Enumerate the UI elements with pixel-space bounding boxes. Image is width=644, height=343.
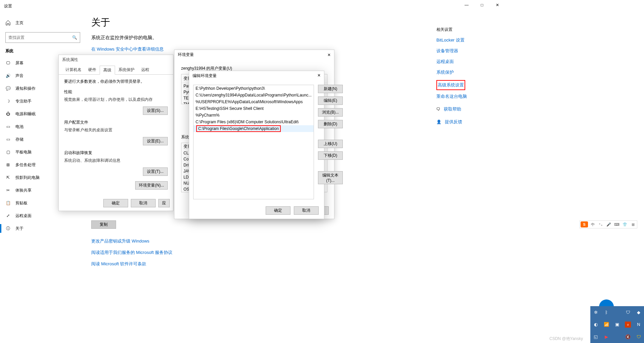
- profile-settings-button[interactable]: 设置(E)...: [143, 137, 168, 145]
- ok-button[interactable]: 确定: [266, 206, 290, 215]
- ime-toolbar[interactable]: S 中 ⁺₊ 🎤 ⌨ 👕 ⊞: [580, 220, 637, 228]
- path-item[interactable]: C:\Users\zenghy31994\AppData\Local\Progr…: [194, 92, 314, 98]
- system-protection-link[interactable]: 系统保护: [436, 69, 495, 75]
- tray-icon[interactable]: [612, 331, 623, 343]
- search-icon: 🔍: [72, 35, 77, 40]
- advanced-settings-highlight: 高级系统设置: [436, 80, 465, 90]
- path-item[interactable]: %USERPROFILE%\AppData\Local\Microsoft\Wi…: [194, 98, 314, 105]
- cancel-button[interactable]: 取消: [131, 199, 156, 207]
- tab-hardware[interactable]: 硬件: [85, 66, 100, 75]
- sogou-icon[interactable]: S: [581, 221, 588, 227]
- move-up-button[interactable]: 上移(U): [318, 140, 343, 148]
- browse-button[interactable]: 浏览(B)...: [318, 108, 343, 117]
- env-var-button[interactable]: 环境变量(N)...: [135, 181, 168, 190]
- nav-label: 关于: [15, 226, 23, 231]
- copy-button[interactable]: 复制: [91, 220, 116, 229]
- bluetooth-icon[interactable]: ᛒ: [601, 306, 612, 319]
- delete-button[interactable]: 删除(D): [318, 120, 343, 128]
- rename-pc-link[interactable]: 重命名这台电脑: [436, 93, 495, 99]
- storage-icon: ▭: [5, 137, 11, 142]
- edit-env-variable-dialog: 编辑环境变量 ✕ E:\Pythhon Developer\Python\pyt…: [189, 71, 324, 219]
- system-tray-overflow[interactable]: ✲ ᛒ 🛡 ◆ ◐ 📶 ▣ o N ◱ ▶ 🔇 🛡: [590, 306, 644, 343]
- security-icon[interactable]: 🛡: [623, 306, 633, 319]
- skin-icon[interactable]: 👕: [622, 221, 628, 227]
- license-link[interactable]: 阅读 Microsoft 软件许可条款: [91, 261, 505, 267]
- search-placeholder: 查找设置: [8, 35, 24, 41]
- bitlocker-link[interactable]: BitLocker 设置: [436, 37, 495, 43]
- dialog-title: 编辑环境变量 ✕: [189, 71, 324, 81]
- volume-mute-icon[interactable]: 🔇: [623, 331, 633, 343]
- nav-label: 体验共享: [15, 188, 32, 193]
- device-manager-link[interactable]: 设备管理器: [436, 48, 495, 54]
- edit-button[interactable]: 编辑(E): [318, 96, 343, 105]
- remote-desktop-link[interactable]: 远程桌面: [436, 59, 495, 65]
- related-header: 相关设置: [436, 27, 495, 32]
- tray-icon[interactable]: [612, 306, 623, 319]
- highlight-box: C:\Program Files\Google\Chrome\Applicati…: [196, 125, 281, 132]
- mic-icon[interactable]: 🎤: [605, 221, 612, 227]
- tab-advanced[interactable]: 高级: [100, 66, 115, 75]
- ime-item[interactable]: ⁺₊: [597, 221, 604, 227]
- apply-button[interactable]: 应: [158, 199, 170, 207]
- menu-icon[interactable]: ⊞: [630, 221, 636, 227]
- dialog-body: 要进行大多数更改，你必须作为管理员登录。 性能 视觉效果，处理器计划，内存使用，…: [59, 75, 173, 194]
- advanced-settings-link[interactable]: 高级系统设置: [438, 82, 464, 88]
- admin-note: 要进行大多数更改，你必须作为管理员登录。: [64, 79, 168, 84]
- nav-label: 存储: [15, 137, 23, 142]
- wifi-icon[interactable]: 📶: [601, 319, 612, 331]
- ime-zh[interactable]: 中: [589, 221, 596, 227]
- edit-text-button[interactable]: 编辑文本(T)...: [318, 171, 343, 184]
- path-item[interactable]: E:\Pythhon Developer\Python\python3\: [194, 85, 314, 92]
- get-help[interactable]: 🗨获取帮助: [436, 106, 495, 112]
- tab-computer-name[interactable]: 计算机名: [62, 66, 85, 75]
- new-button[interactable]: 新建(N): [318, 85, 343, 93]
- tray-icon[interactable]: 🛡: [633, 331, 644, 343]
- keyboard-icon[interactable]: ⌨: [613, 221, 620, 227]
- tray-icon[interactable]: N: [633, 319, 644, 331]
- nav-remote[interactable]: ⤢远程桌面: [0, 209, 86, 222]
- startup-title: 启动和故障恢复: [64, 150, 168, 156]
- tray-icon[interactable]: ✲: [590, 306, 601, 319]
- battery-icon: ▭: [5, 124, 11, 129]
- path-item-selected[interactable]: C:\Program Files\Google\Chrome\Applicati…: [194, 125, 314, 132]
- perf-settings-button[interactable]: 设置(S)...: [143, 107, 168, 115]
- project-icon: ⇱: [5, 175, 11, 180]
- nav-about[interactable]: ⓘ关于: [0, 222, 86, 235]
- tab-remote[interactable]: 远程: [138, 66, 153, 75]
- product-key-link[interactable]: 更改产品密钥或升级 Windows: [91, 238, 505, 244]
- search-input[interactable]: 查找设置 🔍: [5, 32, 80, 43]
- path-list[interactable]: E:\Pythhon Developer\Python\python3\ C:\…: [193, 85, 314, 199]
- feedback-icon: 👤: [436, 120, 441, 124]
- tray-icon[interactable]: ◆: [633, 306, 644, 319]
- tray-icon[interactable]: ◐: [590, 319, 601, 331]
- close-icon[interactable]: ✕: [317, 73, 321, 79]
- maximize-button[interactable]: □: [474, 0, 490, 10]
- minimize-button[interactable]: —: [459, 0, 474, 10]
- close-button[interactable]: ✕: [490, 0, 505, 10]
- perf-desc: 视觉效果，处理器计划，内存使用，以及虚拟内存: [64, 97, 168, 102]
- cancel-button[interactable]: 取消: [294, 206, 319, 215]
- move-down-button[interactable]: 下移(D): [318, 151, 343, 160]
- give-feedback[interactable]: 👤提供反馈: [436, 119, 495, 125]
- related-settings-panel: 相关设置 BitLocker 设置 设备管理器 远程桌面 系统保护 高级系统设置…: [436, 27, 495, 129]
- tray-icon[interactable]: ▣: [612, 319, 623, 331]
- home-nav[interactable]: 主页: [0, 16, 86, 29]
- path-item[interactable]: C:\Program Files (x86)\IDM Computer Solu…: [194, 119, 314, 125]
- dialog-title: 系统属性: [59, 55, 173, 65]
- tray-icon[interactable]: ▶: [601, 331, 612, 343]
- close-icon[interactable]: ✕: [327, 53, 331, 57]
- startup-settings-button[interactable]: 设置(T)...: [143, 167, 168, 176]
- watermark: CSDN @艳Yansky: [549, 336, 583, 342]
- path-item[interactable]: %PyCharm%: [194, 112, 314, 119]
- tray-icon[interactable]: ◱: [590, 331, 601, 343]
- profile-title: 用户配置文件: [64, 120, 168, 125]
- service-agreement-link[interactable]: 阅读适用于我们服务的 Microsoft 服务协议: [91, 250, 505, 256]
- nav-label: 电池: [15, 124, 23, 130]
- tab-protection[interactable]: 系统保护: [115, 66, 138, 75]
- tray-icon[interactable]: o: [625, 322, 631, 328]
- path-item[interactable]: E:\HSTesting\SSH Secure Shell Client: [194, 105, 314, 112]
- notification-icon: 💬: [5, 86, 11, 91]
- system-properties-dialog: 系统属性 计算机名 硬件 高级 系统保护 远程 要进行大多数更改，你必须作为管理…: [58, 55, 173, 211]
- ok-button[interactable]: 确定: [103, 199, 128, 207]
- profile-group: 用户配置文件 与登录帐户相关的桌面设置 设置(E)...: [64, 120, 168, 145]
